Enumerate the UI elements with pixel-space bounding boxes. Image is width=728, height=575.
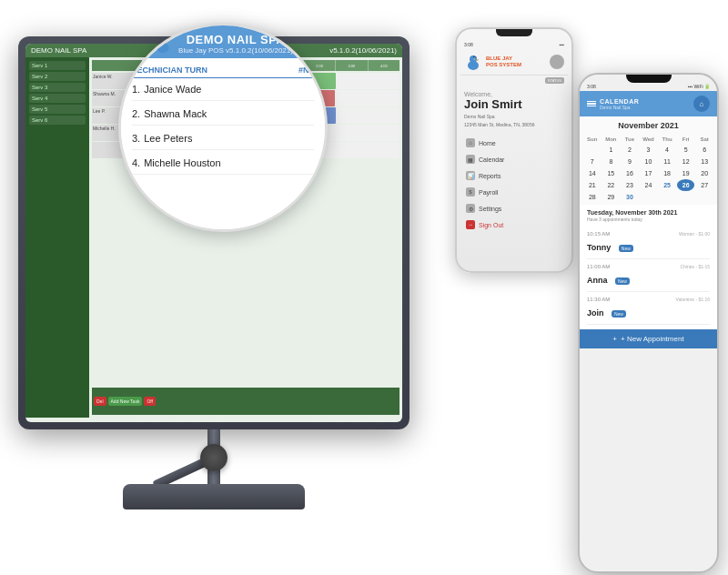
pos-cancel-btn[interactable]: Off (144, 397, 156, 406)
appointment-2[interactable]: 11:00 AM Chines - $1:15 Anna New (587, 259, 710, 292)
cal-empty-4 (695, 191, 713, 203)
sidebar-item-1[interactable]: Serv 1 (29, 61, 86, 70)
cal-day-17[interactable]: 17 (640, 167, 658, 179)
nav-payroll[interactable]: $ Payroll (464, 186, 564, 198)
nav-home[interactable]: ⌂ Home (464, 136, 564, 149)
sidebar-item-4[interactable]: Serv 4 (29, 94, 86, 103)
phone-back-logo-text: BLUE JAY POS SYSTEM (486, 55, 521, 68)
cal-day-empty[interactable] (583, 144, 602, 156)
magnify-title: DEMO NAIL SPA (178, 33, 293, 46)
tech-1-name: Janice Wade (144, 84, 314, 95)
technician-list: 1. Janice Wade 2. Shawna Mack 3. Lee Pet… (132, 84, 314, 175)
svg-point-4 (165, 39, 166, 40)
magnify-col1-label: TECHNICIAN TURN (132, 66, 207, 75)
cal-day-6[interactable]: 6 (695, 144, 713, 156)
cal-day-2[interactable]: 2 (621, 144, 639, 156)
nav-settings[interactable]: ⚙ Settings (464, 202, 564, 215)
cal-day-20[interactable]: 20 (695, 167, 713, 179)
cal-empty-2 (658, 191, 676, 203)
appt-3-badge: New (612, 310, 626, 318)
cal-day-7[interactable]: 7 (583, 156, 602, 167)
appt-2-badge: New (615, 277, 630, 285)
cal-week-2: 7 8 9 10 11 12 13 (583, 156, 713, 167)
cal-day-3[interactable]: 3 (640, 144, 658, 156)
tech-4-name: Michelle Houston (144, 157, 314, 168)
phones-area: 3:08 ▪▪▪ BLUE JAY (455, 18, 719, 555)
demo-spa-name: Demo Nail Spa (464, 114, 564, 119)
new-appointment-button[interactable]: + + New Appointment (580, 329, 717, 348)
nav-reports[interactable]: 📊 Reports (464, 169, 564, 182)
calendar-home-button[interactable]: ⌂ (693, 96, 710, 112)
cal-day-22[interactable]: 22 (602, 179, 621, 191)
cal-day-18[interactable]: 18 (658, 167, 676, 179)
cal-day-10[interactable]: 10 (640, 156, 658, 167)
technician-item-4: 4. Michelle Houston (132, 157, 314, 175)
sidebar-item-3[interactable]: Serv 3 (29, 83, 86, 92)
menu-hamburger-icon[interactable] (587, 101, 596, 107)
cal-day-5[interactable]: 5 (677, 144, 695, 156)
cal-header-sun: Sun (583, 135, 602, 144)
cal-day-29[interactable]: 29 (602, 191, 621, 203)
appt-3-name: Join (587, 308, 604, 318)
nav-signout[interactable]: → Sign Out (464, 218, 564, 231)
status-badge: STATUS (545, 77, 564, 84)
join-name: Join Smirt (464, 97, 564, 111)
cal-day-27[interactable]: 27 (695, 179, 713, 191)
cal-day-9[interactable]: 9 (621, 156, 639, 167)
phone-back-welcome: Welcome, Join Smirt Demo Nail Spa 12345 … (460, 86, 568, 133)
tech-3-number: 3. (132, 133, 140, 144)
phone-front-signal: ▪▪▪ WiFi 🔋 (688, 84, 710, 89)
phone-front-time: 3:08 (587, 84, 596, 89)
welcome-label: Welcome, (464, 91, 564, 97)
pos-bottom-bar: Del Add New Task Off (92, 388, 399, 415)
nav-calendar[interactable]: ▦ Calendar (464, 153, 564, 166)
new-appt-label: + New Appointment (621, 335, 684, 343)
cal-day-14[interactable]: 14 (583, 167, 602, 179)
phone-front: 3:08 ▪▪▪ WiFi 🔋 CALENDAR Demo Nail Spa (578, 73, 719, 573)
sidebar-item-6[interactable]: Serv 6 (29, 116, 86, 125)
cal-day-11[interactable]: 11 (658, 156, 676, 167)
appointment-1[interactable]: 10:15 AM Women - $1:00 Tonny New (587, 227, 710, 259)
appt-count: Have 3 appointments today (587, 217, 710, 222)
phone-front-notch (626, 75, 672, 83)
cal-day-12[interactable]: 12 (677, 156, 695, 167)
cal-day-1[interactable]: 1 (602, 144, 621, 156)
cal-day-13[interactable]: 13 (695, 156, 713, 167)
cal-day-28[interactable]: 28 (583, 191, 602, 203)
cal-day-30-today[interactable]: 26 (677, 179, 695, 191)
cal-empty-3 (677, 191, 695, 203)
plus-icon: + (612, 335, 617, 343)
cal-day-19[interactable]: 19 (677, 167, 695, 179)
cal-day-25[interactable]: 25 (658, 179, 676, 191)
phone-back-screen: 3:08 ▪▪▪ BLUE JAY (457, 36, 571, 273)
monitor-power-button[interactable] (200, 444, 228, 471)
cal-day-30[interactable]: 30 (621, 191, 639, 203)
pos-delete-btn[interactable]: Del (94, 397, 106, 406)
cal-day-21[interactable]: 21 (583, 179, 602, 191)
pos-version-label: v5.1.0.2(10/06/2021) (329, 46, 397, 55)
cal-header-mon: Mon (602, 135, 621, 144)
sidebar-item-2[interactable]: Serv 2 (29, 72, 86, 81)
cal-day-4[interactable]: 4 (658, 144, 676, 156)
phone-back-status-bar: 3:08 ▪▪▪ (460, 40, 568, 49)
home-icon: ⌂ (466, 138, 475, 147)
sidebar-item-5[interactable]: Serv 5 (29, 105, 86, 114)
magnify-subtitle: Blue Jay POS v5.1.0.2(10/06/2021) (178, 46, 293, 55)
cal-day-8[interactable]: 8 (602, 156, 621, 167)
calendar-header: CALENDAR Demo Nail Spa ⌂ (580, 91, 717, 116)
appt-1-time: 10:15 AM (587, 231, 610, 237)
cal-day-15[interactable]: 15 (602, 167, 621, 179)
phone-back-logo-area: BLUE JAY POS SYSTEM (460, 49, 568, 76)
appt-3-time: 11:30 AM (587, 297, 610, 302)
pos-add-btn[interactable]: Add New Task (108, 397, 143, 406)
cal-empty-1 (640, 191, 658, 203)
technician-item-2: 2. Shawna Mack (132, 108, 314, 126)
cal-week-5: 28 29 30 (583, 191, 713, 203)
cal-day-16[interactable]: 16 (621, 167, 639, 179)
cal-day-header-row: Sun Mon Tue Wed Thu Fri Sat (583, 135, 713, 144)
cal-day-23[interactable]: 23 (621, 179, 639, 191)
cal-day-24[interactable]: 24 (640, 179, 658, 191)
cal-header-wed: Wed (640, 135, 658, 144)
cal-week-4: 21 22 23 24 25 26 27 (583, 179, 713, 191)
appointment-3[interactable]: 11:30 AM Valentine - $1:16 Join New (587, 292, 710, 325)
